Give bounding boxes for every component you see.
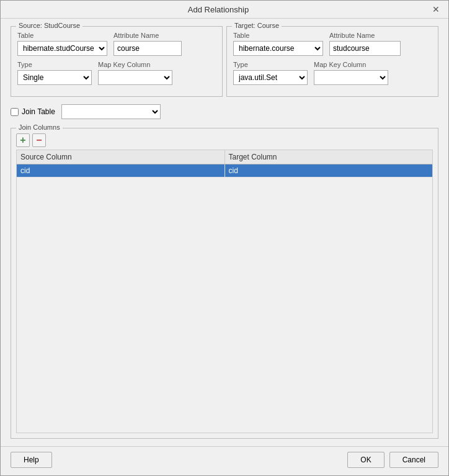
- target-attr-group: Attribute Name: [329, 32, 401, 56]
- target-mapkey-group: Map Key Column: [314, 61, 388, 85]
- target-table-select[interactable]: hibernate.course: [233, 41, 323, 56]
- source-mapkey-label: Map Key Column: [98, 61, 172, 68]
- source-mapkey-select[interactable]: [98, 70, 172, 85]
- source-table-label: Table: [17, 32, 107, 39]
- source-type-select[interactable]: Single: [17, 70, 92, 85]
- join-columns-table: Source Column Target Column cid cid: [16, 150, 433, 433]
- sources-row: Source: StudCourse Table hibernate.studC…: [11, 26, 438, 97]
- join-columns-toolbar: + −: [11, 128, 438, 150]
- footer-right-buttons: OK Cancel: [347, 452, 438, 468]
- source-col-cell: cid: [17, 164, 225, 177]
- columns-table-body: cid cid: [17, 164, 432, 433]
- columns-table-header: Source Column Target Column: [17, 150, 432, 164]
- add-relationship-dialog: Add Relationship ✕ Source: StudCourse Ta…: [0, 0, 449, 476]
- source-column-header: Source Column: [17, 150, 225, 164]
- join-columns-legend: Join Columns: [16, 123, 63, 131]
- table-row[interactable]: cid cid: [17, 164, 432, 177]
- source-mapkey-group: Map Key Column: [98, 61, 172, 85]
- dialog-body: Source: StudCourse Table hibernate.studC…: [1, 19, 448, 446]
- source-type-label: Type: [17, 61, 92, 68]
- remove-column-button[interactable]: −: [32, 133, 46, 147]
- join-table-select[interactable]: [61, 104, 161, 119]
- join-table-checkbox[interactable]: [11, 108, 19, 116]
- join-table-label: Join Table: [22, 107, 55, 116]
- target-mapkey-select[interactable]: [314, 70, 388, 85]
- source-attr-group: Attribute Name: [113, 32, 182, 56]
- target-attr-input[interactable]: [329, 41, 401, 56]
- source-table-select[interactable]: hibernate.studCourse: [17, 41, 107, 56]
- source-section: Source: StudCourse Table hibernate.studC…: [11, 26, 223, 97]
- source-legend: Source: StudCourse: [16, 22, 82, 29]
- ok-button[interactable]: OK: [347, 452, 384, 468]
- target-field-row-1: Table hibernate.course Attribute Name: [233, 32, 432, 56]
- join-table-checkbox-label[interactable]: Join Table: [11, 107, 55, 116]
- source-table-group: Table hibernate.studCourse: [17, 32, 107, 56]
- target-field-row-2: Type java.util.Set Map Key Column: [233, 61, 432, 85]
- dialog-title: Add Relationship: [7, 5, 430, 14]
- title-bar: Add Relationship ✕: [1, 1, 448, 19]
- target-table-label: Table: [233, 32, 323, 39]
- source-type-group: Type Single: [17, 61, 92, 85]
- close-button[interactable]: ✕: [430, 4, 442, 14]
- target-type-group: Type java.util.Set: [233, 61, 308, 85]
- target-mapkey-label: Map Key Column: [314, 61, 388, 68]
- add-column-button[interactable]: +: [16, 133, 30, 147]
- target-column-header: Target Column: [225, 150, 433, 164]
- target-attr-label: Attribute Name: [329, 32, 401, 39]
- source-field-row-1: Table hibernate.studCourse Attribute Nam…: [17, 32, 216, 56]
- source-attr-label: Attribute Name: [113, 32, 182, 39]
- join-columns-section: Join Columns + − Source Column Target Co…: [11, 128, 438, 439]
- cancel-button[interactable]: Cancel: [389, 452, 438, 468]
- target-type-label: Type: [233, 61, 308, 68]
- source-field-row-2: Type Single Map Key Column: [17, 61, 216, 85]
- target-legend: Target: Course: [232, 22, 282, 29]
- source-attr-input[interactable]: [113, 41, 182, 56]
- target-table-group: Table hibernate.course: [233, 32, 323, 56]
- join-table-row: Join Table: [11, 104, 438, 119]
- help-button[interactable]: Help: [11, 452, 52, 468]
- target-col-cell: cid: [225, 164, 433, 177]
- dialog-footer: Help OK Cancel: [1, 446, 448, 475]
- target-type-select[interactable]: java.util.Set: [233, 70, 308, 85]
- target-section: Target: Course Table hibernate.course At…: [226, 26, 438, 97]
